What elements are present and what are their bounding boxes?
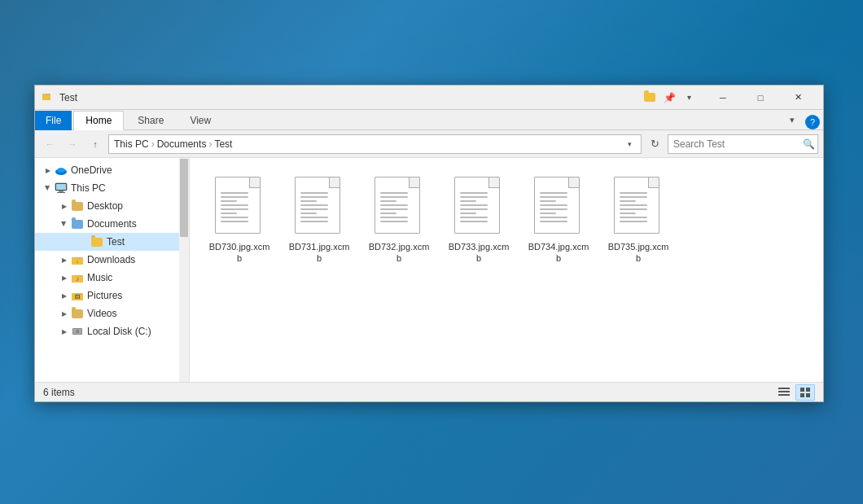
- svg-point-4: [57, 168, 65, 173]
- file-icon-2: [375, 177, 423, 238]
- sidebar-label-pictures: Pictures: [87, 290, 122, 301]
- sidebar-item-documents[interactable]: ▶ Documents: [35, 215, 189, 233]
- quick-access-folder-btn[interactable]: [641, 90, 659, 106]
- expand-arrow-videos[interactable]: ▶: [58, 307, 71, 320]
- refresh-button[interactable]: ↻: [645, 134, 664, 154]
- tab-view[interactable]: View: [177, 111, 223, 130]
- svg-text:♪: ♪: [76, 275, 79, 283]
- file-item-5[interactable]: BD735.jpg.xcmb: [602, 171, 675, 270]
- expand-arrow-localdisk[interactable]: ▶: [58, 325, 71, 338]
- quick-access-down-btn[interactable]: ▾: [680, 90, 698, 106]
- tab-file[interactable]: File: [35, 111, 72, 130]
- search-input[interactable]: [668, 138, 800, 150]
- up-button[interactable]: ↑: [85, 134, 105, 154]
- sidebar-item-music[interactable]: ▶ ♪ Music: [35, 269, 189, 287]
- sidebar-label-music: Music: [87, 272, 112, 283]
- status-bar: 6 items: [35, 382, 823, 401]
- sidebar-label-videos: Videos: [87, 308, 116, 319]
- svg-rect-2: [42, 94, 46, 95]
- sidebar-label-localdisk: Local Disk (C:): [87, 326, 151, 337]
- back-button[interactable]: ←: [40, 134, 59, 154]
- sidebar-label-desktop: Desktop: [87, 200, 123, 212]
- svg-rect-6: [56, 184, 66, 190]
- file-item-0[interactable]: BD730.jpg.xcmb: [203, 171, 276, 270]
- sidebar-label-thispc: This PC: [71, 182, 106, 194]
- file-item-2[interactable]: BD732.jpg.xcmb: [362, 171, 436, 270]
- file-area: BD730.jpg.xcmb: [190, 158, 823, 382]
- address-bar: ← → ↑ This PC › Documents › Test ▾ ↻ 🔍: [35, 130, 823, 158]
- expand-arrow-thispc[interactable]: ▶: [42, 182, 55, 195]
- folder-documents-icon: [71, 217, 84, 230]
- sidebar-scrollbar[interactable]: [179, 158, 189, 382]
- sidebar-label-onedrive: OneDrive: [71, 164, 112, 176]
- file-icon-4: [534, 177, 583, 238]
- address-input[interactable]: This PC › Documents › Test ▾: [108, 134, 642, 154]
- sidebar: ▲ ▶ OneDrive ▶: [35, 158, 190, 382]
- expand-arrow-documents[interactable]: ▶: [58, 217, 71, 230]
- sidebar-item-test[interactable]: ▶ Test: [35, 233, 189, 251]
- sidebar-item-downloads[interactable]: ▶ ↓ Downloads: [35, 251, 189, 269]
- search-icon-btn[interactable]: 🔍: [800, 135, 817, 153]
- folder-downloads-icon: ↓: [71, 253, 84, 266]
- help-btn[interactable]: ?: [805, 115, 820, 129]
- breadcrumb-pc: This PC: [114, 138, 149, 150]
- title-bar: Test 📌 ▾ ─ □ ✕: [35, 85, 823, 110]
- file-name-1: BD731.jpg.xcmb: [288, 241, 350, 265]
- minimize-button[interactable]: ─: [704, 85, 742, 110]
- file-explorer-window: Test 📌 ▾ ─ □ ✕ File Home Share View ▾ ? …: [34, 85, 824, 402]
- svg-rect-29: [806, 388, 810, 392]
- sidebar-item-pictures[interactable]: ▶ 🖼 Pictures: [35, 287, 189, 305]
- file-item-1[interactable]: BD731.jpg.xcmb: [283, 171, 356, 270]
- file-icon-1: [295, 177, 344, 238]
- svg-point-24: [77, 331, 78, 332]
- svg-rect-11: [72, 257, 76, 259]
- address-dropdown-arrow[interactable]: ▾: [623, 134, 636, 154]
- folder-test-icon: [90, 235, 103, 248]
- onedrive-icon: [55, 164, 68, 177]
- expand-arrow-music[interactable]: ▶: [58, 271, 71, 284]
- expand-arrow-downloads[interactable]: ▶: [58, 253, 71, 266]
- status-count: 6 items: [43, 387, 75, 398]
- disk-icon: [71, 325, 84, 338]
- svg-rect-25: [778, 388, 790, 389]
- expand-arrow-pictures[interactable]: ▶: [58, 289, 71, 302]
- sidebar-label-test: Test: [107, 236, 125, 248]
- view-buttons: [774, 384, 815, 401]
- sidebar-label-documents: Documents: [87, 218, 137, 230]
- maximize-button[interactable]: □: [742, 85, 779, 110]
- file-name-3: BD733.jpg.xcmb: [448, 241, 510, 265]
- svg-rect-7: [59, 191, 64, 192]
- svg-rect-27: [778, 394, 790, 396]
- sidebar-item-thispc[interactable]: ▶ This PC: [35, 179, 189, 197]
- sidebar-item-onedrive[interactable]: ▶ OneDrive: [35, 161, 189, 179]
- view-details-btn[interactable]: [774, 384, 794, 401]
- breadcrumb-documents: Documents: [157, 138, 207, 150]
- quick-access-pin-btn[interactable]: 📌: [660, 90, 678, 106]
- file-icon-5: [614, 177, 663, 238]
- svg-rect-26: [778, 391, 790, 392]
- svg-rect-30: [800, 393, 804, 397]
- view-tiles-btn[interactable]: [795, 384, 815, 401]
- sidebar-item-videos[interactable]: ▶ Videos: [35, 305, 189, 322]
- tab-share[interactable]: Share: [125, 111, 176, 130]
- file-item-4[interactable]: BD734.jpg.xcmb: [522, 171, 595, 270]
- sidebar-item-desktop[interactable]: ▶ Desktop: [35, 197, 189, 215]
- file-name-0: BD730.jpg.xcmb: [208, 241, 270, 265]
- breadcrumb-sep-2: ›: [208, 138, 212, 150]
- svg-rect-1: [42, 95, 50, 100]
- svg-text:↓: ↓: [76, 258, 79, 264]
- file-name-5: BD735.jpg.xcmb: [607, 241, 669, 265]
- forward-button[interactable]: →: [63, 134, 82, 154]
- file-icon-0: [215, 177, 264, 238]
- ribbon-collapse-btn[interactable]: ▾: [782, 110, 802, 129]
- window-icon: [42, 91, 55, 104]
- file-item-3[interactable]: BD733.jpg.xcmb: [442, 171, 515, 270]
- folder-desktop-icon: [71, 199, 84, 213]
- tab-home[interactable]: Home: [73, 111, 124, 130]
- expand-arrow-desktop[interactable]: ▶: [58, 199, 71, 213]
- computer-icon: [55, 182, 68, 195]
- svg-rect-8: [57, 192, 65, 193]
- expand-arrow-onedrive[interactable]: ▶: [42, 164, 55, 177]
- sidebar-item-localdisk[interactable]: ▶ Local Disk (C:): [35, 322, 189, 340]
- close-button[interactable]: ✕: [779, 85, 817, 110]
